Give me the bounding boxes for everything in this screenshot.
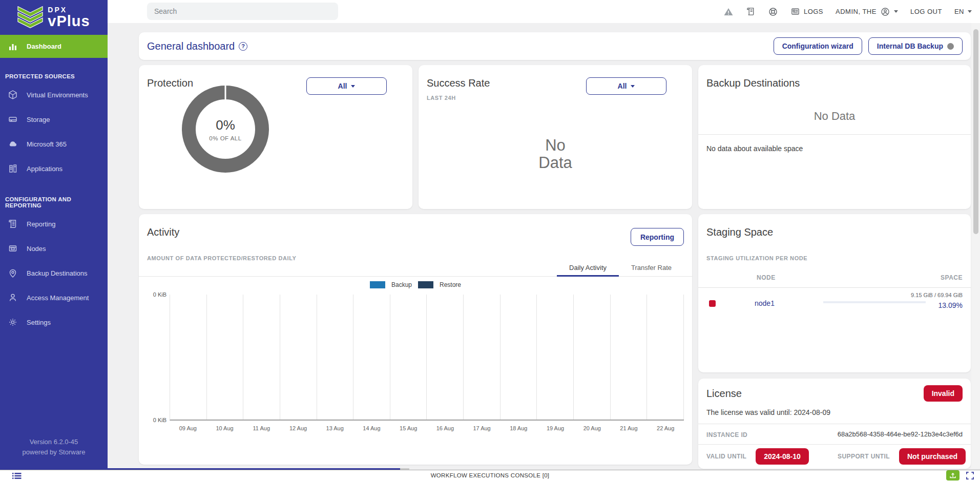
- sidebar-item-label: Settings: [27, 319, 51, 326]
- page-title: General dashboard: [147, 40, 235, 52]
- sidebar-item-storage[interactable]: Storage: [0, 107, 108, 132]
- avatar-icon: [880, 7, 890, 17]
- success-rate-filter-dropdown[interactable]: All: [586, 77, 666, 95]
- chevron-down-icon: [631, 85, 635, 88]
- column-header-space: SPACE: [941, 274, 963, 281]
- node-link[interactable]: node1: [755, 299, 775, 307]
- success-rate-no-data: No Data: [419, 137, 692, 172]
- sidebar: DPX vPlus Dashboard PROTECTED SOURCES Vi…: [0, 0, 108, 470]
- backup-destinations-note: No data about available space: [706, 144, 803, 153]
- horizontal-scrollbar-thumb[interactable]: [0, 468, 400, 470]
- divider: [698, 444, 971, 445]
- language-selector[interactable]: EN: [954, 8, 972, 15]
- license-title: License: [706, 388, 742, 400]
- x-tick-label: 19 Aug: [537, 425, 574, 431]
- reporting-button[interactable]: Reporting: [631, 228, 684, 246]
- backup-destinations-no-data: No Data: [698, 110, 971, 123]
- topbar: LOGS ADMIN, THE LOG OUT EN: [108, 0, 980, 23]
- logout-button[interactable]: LOG OUT: [910, 8, 942, 15]
- activity-subtitle: AMOUNT OF DATA PROTECTED/RESTORED DAILY: [147, 255, 296, 261]
- sidebar-item-virtual-environments[interactable]: Virtual Environments: [0, 82, 108, 107]
- legend-restore-swatch: [418, 281, 433, 288]
- brand-logo[interactable]: DPX vPlus: [0, 0, 108, 35]
- vertical-scrollbar-track[interactable]: [971, 23, 980, 468]
- app-screen: DPX vPlus Dashboard PROTECTED SOURCES Vi…: [0, 0, 980, 481]
- sidebar-item-label: Virtual Environments: [27, 91, 88, 99]
- status-dot-icon: [947, 43, 954, 50]
- x-tick-label: 17 Aug: [464, 425, 501, 431]
- workflow-console-bar[interactable]: WORKFLOW EXECUTIONS CONSOLE [0]: [0, 470, 980, 481]
- success-rate-title: Success Rate: [427, 77, 490, 89]
- x-tick-label: 10 Aug: [206, 425, 243, 431]
- x-tick-label: 16 Aug: [427, 425, 464, 431]
- staging-subtitle: STAGING UTILIZATION PER NODE: [706, 255, 807, 261]
- help-icon[interactable]: ?: [239, 42, 247, 51]
- internal-db-backup-button[interactable]: Internal DB Backup: [868, 37, 963, 55]
- vplus-chevron-icon: [17, 6, 43, 29]
- map-pin-icon: [7, 267, 18, 279]
- divider: [698, 424, 971, 424]
- x-tick-label: 15 Aug: [390, 425, 427, 431]
- applications-icon: [7, 163, 18, 174]
- sidebar-item-label: Microsoft 365: [27, 140, 67, 148]
- sidebar-item-reporting[interactable]: Reporting: [0, 212, 108, 236]
- instance-id-value: 68a2b568-4358-464e-be92-12b3e4c3ef6d: [838, 430, 963, 438]
- sidebar-item-label: Applications: [27, 165, 62, 173]
- chevron-down-icon: [894, 10, 898, 13]
- console-popout-button[interactable]: [946, 470, 960, 480]
- user-menu[interactable]: ADMIN, THE: [836, 7, 898, 17]
- legend-backup-swatch: [370, 281, 385, 288]
- sidebar-item-label: Dashboard: [27, 43, 61, 50]
- x-tick-label: 18 Aug: [500, 425, 537, 431]
- nodes-icon: [7, 243, 18, 254]
- sidebar-item-label: Storage: [27, 116, 50, 123]
- x-tick-label: 09 Aug: [170, 425, 206, 431]
- warning-triangle-icon[interactable]: [723, 7, 734, 17]
- sidebar-item-microsoft-365[interactable]: Microsoft 365: [0, 132, 108, 156]
- sidebar-item-backup-destinations[interactable]: Backup Destinations: [0, 261, 108, 285]
- activity-title: Activity: [147, 226, 179, 238]
- sidebar-item-label: Reporting: [27, 220, 55, 228]
- staging-space-card: Staging Space STAGING UTILIZATION PER NO…: [698, 214, 971, 372]
- sidebar-item-nodes[interactable]: Nodes: [0, 236, 108, 261]
- valid-until-label: VALID UNTIL: [706, 453, 746, 460]
- x-tick-label: 11 Aug: [243, 425, 280, 431]
- report-scroll-icon: [7, 218, 18, 229]
- sidebar-item-settings[interactable]: Settings: [0, 310, 108, 334]
- gear-icon: [7, 317, 18, 328]
- search-input[interactable]: [147, 3, 338, 20]
- support-lifering-icon[interactable]: [768, 7, 778, 17]
- cube-icon: [7, 89, 18, 100]
- protection-filter-dropdown[interactable]: All: [306, 77, 387, 95]
- logs-label: LOGS: [804, 8, 823, 15]
- report-scroll-icon[interactable]: [746, 7, 756, 16]
- tab-transfer-rate[interactable]: Transfer Rate: [619, 259, 684, 277]
- vertical-scrollbar-thumb[interactable]: [973, 29, 978, 234]
- logout-label: LOG OUT: [910, 8, 942, 15]
- fullscreen-icon[interactable]: [966, 472, 974, 479]
- x-tick-label: 20 Aug: [574, 425, 611, 431]
- powered-by: powered by Storware: [0, 447, 108, 457]
- y-axis-label-bottom: 0 KiB: [146, 417, 166, 423]
- logs-button[interactable]: LOGS: [790, 7, 823, 16]
- storage-drive-icon: [7, 114, 18, 125]
- chevron-down-icon: [351, 85, 355, 88]
- x-tick-label: 22 Aug: [647, 425, 684, 431]
- x-tick-label: 21 Aug: [611, 425, 648, 431]
- node-usage-percent: 13.09%: [939, 301, 963, 309]
- tab-daily-activity[interactable]: Daily Activity: [557, 259, 619, 277]
- configuration-wizard-button[interactable]: Configuration wizard: [774, 37, 862, 55]
- backup-destinations-card: Backup Destinations No Data No data abou…: [698, 65, 971, 209]
- sidebar-item-dashboard[interactable]: Dashboard: [0, 35, 108, 58]
- legend-restore-label: Restore: [440, 281, 461, 288]
- x-tick-label: 14 Aug: [353, 425, 390, 431]
- activity-chart-plot: [170, 295, 684, 421]
- staging-title: Staging Space: [706, 226, 773, 238]
- valid-until-badge: 2024-08-10: [756, 448, 809, 465]
- horizontal-scrollbar-track[interactable]: [400, 468, 409, 470]
- protection-percent: 0%: [216, 117, 235, 133]
- sidebar-item-access-management[interactable]: Access Management: [0, 285, 108, 310]
- sidebar-item-applications[interactable]: Applications: [0, 156, 108, 181]
- sidebar-item-label: Nodes: [27, 245, 46, 253]
- sidebar-heading-protected-sources: PROTECTED SOURCES: [0, 73, 108, 79]
